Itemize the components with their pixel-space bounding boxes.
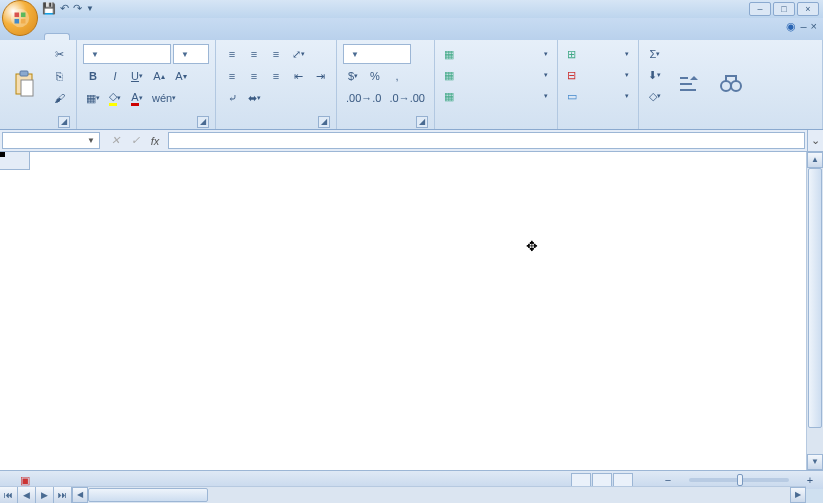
phonetic-button[interactable]: wén▾	[149, 88, 179, 108]
undo-icon[interactable]: ↶	[60, 2, 69, 15]
vscroll-thumb[interactable]	[808, 168, 822, 428]
scroll-right-button[interactable]: ▶	[790, 487, 806, 503]
fill-color-button[interactable]: ◇▾	[105, 88, 125, 108]
font-size-combo[interactable]: ▼	[173, 44, 209, 64]
format-painter-button[interactable]: 🖌	[48, 88, 70, 108]
hscroll-thumb[interactable]	[88, 488, 208, 502]
group-clipboard: ✂ ⎘ 🖌 ◢	[0, 40, 77, 129]
align-left-button[interactable]: ≡	[222, 66, 242, 86]
italic-button[interactable]: I	[105, 66, 125, 86]
macro-record-icon[interactable]: ▣	[20, 474, 30, 487]
number-launcher[interactable]: ◢	[416, 116, 428, 128]
font-color-button[interactable]: A▾	[127, 88, 147, 108]
format-cells-button[interactable]: ▭ ▾	[564, 86, 632, 106]
page-break-view-button[interactable]	[613, 473, 633, 487]
chevron-down-icon: ▼	[181, 50, 189, 59]
percent-button[interactable]: %	[365, 66, 385, 86]
cancel-formula-icon[interactable]: ✕	[106, 134, 124, 147]
clear-button[interactable]: ◇▾	[645, 86, 665, 106]
font-name-combo[interactable]: ▼	[83, 44, 171, 64]
bucket-icon: ◇	[109, 90, 117, 106]
enter-formula-icon[interactable]: ✓	[126, 134, 144, 147]
sort-filter-button[interactable]	[669, 42, 707, 126]
copy-button[interactable]: ⎘	[48, 66, 70, 86]
close-button[interactable]: ×	[797, 2, 819, 16]
last-sheet-button[interactable]: ⏭	[54, 487, 72, 503]
first-sheet-button[interactable]: ⏮	[0, 487, 18, 503]
save-icon[interactable]: 💾	[42, 2, 56, 15]
fill-button[interactable]: ⬇▾	[645, 65, 665, 85]
align-bottom-button[interactable]: ≡	[266, 44, 286, 64]
delete-icon: ⊟	[567, 69, 576, 82]
minimize-ribbon-icon[interactable]: –	[800, 20, 806, 33]
zoom-in-button[interactable]: +	[803, 474, 817, 486]
align-group-label: ◢	[222, 126, 330, 129]
find-select-button[interactable]	[711, 42, 749, 126]
increase-indent-button[interactable]: ⇥	[310, 66, 330, 86]
zoom-thumb[interactable]	[737, 474, 743, 486]
font-launcher[interactable]: ◢	[197, 116, 209, 128]
next-sheet-button[interactable]: ▶	[36, 487, 54, 503]
worksheet-grid[interactable]: ✥ ▲ ▼	[0, 152, 823, 470]
fx-icon[interactable]: fx	[146, 135, 164, 147]
grow-font-button[interactable]: A▴	[149, 66, 169, 86]
insert-cells-button[interactable]: ⊞ ▾	[564, 44, 632, 64]
border-button[interactable]: ▦▾	[83, 88, 103, 108]
underline-button[interactable]: U▾	[127, 66, 147, 86]
number-format-combo[interactable]: ▼	[343, 44, 411, 64]
qat-dropdown-icon[interactable]: ▼	[86, 4, 94, 13]
vertical-scrollbar[interactable]: ▲ ▼	[806, 152, 823, 470]
cell-styles-button[interactable]: ▦ ▾	[441, 86, 551, 106]
fill-handle[interactable]	[0, 152, 5, 157]
decrease-indent-button[interactable]: ⇤	[288, 66, 308, 86]
minimize-button[interactable]: –	[749, 2, 771, 16]
redo-icon[interactable]: ↷	[73, 2, 82, 15]
zoom-out-button[interactable]: −	[661, 474, 675, 486]
expand-formula-bar[interactable]: ⌄	[807, 130, 823, 151]
cut-button[interactable]: ✂	[48, 44, 70, 64]
align-launcher[interactable]: ◢	[318, 116, 330, 128]
page-layout-view-button[interactable]	[592, 473, 612, 487]
wrap-text-button[interactable]: ⤶	[222, 88, 242, 108]
comma-button[interactable]: ,	[387, 66, 407, 86]
align-right-button[interactable]: ≡	[266, 66, 286, 86]
prev-sheet-button[interactable]: ◀	[18, 487, 36, 503]
align-middle-button[interactable]: ≡	[244, 44, 264, 64]
merge-center-button[interactable]: ⬌▾	[244, 88, 264, 108]
scroll-down-button[interactable]: ▼	[807, 454, 823, 470]
conditional-format-button[interactable]: ▦ ▾	[441, 44, 551, 64]
zoom-slider[interactable]	[689, 478, 789, 482]
orientation-button[interactable]: ⤢▾	[288, 44, 308, 64]
autosum-button[interactable]: Σ▾	[645, 44, 665, 64]
format-as-table-button[interactable]: ▦ ▾	[441, 65, 551, 85]
sort-icon	[674, 70, 702, 98]
normal-view-button[interactable]	[571, 473, 591, 487]
name-box[interactable]: ▼	[2, 132, 100, 149]
group-font: ▼ ▼ B I U▾ A▴ A▾ ▦▾ ◇▾ A▾ wén▾ ◢	[77, 40, 216, 129]
formula-input[interactable]	[168, 132, 805, 149]
scroll-up-button[interactable]: ▲	[807, 152, 823, 168]
svg-rect-7	[21, 80, 33, 96]
help-icon[interactable]: ◉	[786, 20, 796, 33]
sheet-tab-bar: ⏮ ◀ ▶ ⏭ ◀ ▶	[0, 486, 806, 503]
paste-button[interactable]	[6, 42, 44, 126]
decrease-decimal-button[interactable]: .0→.00	[386, 88, 427, 108]
scroll-left-button[interactable]: ◀	[72, 487, 88, 503]
horizontal-scrollbar[interactable]: ◀ ▶	[72, 487, 806, 503]
styles-group-label	[441, 126, 551, 129]
delete-cells-button[interactable]: ⊟ ▾	[564, 65, 632, 85]
increase-decimal-button[interactable]: .00→.0	[343, 88, 384, 108]
doc-close-icon[interactable]: ×	[811, 20, 817, 33]
svg-rect-3	[15, 19, 20, 24]
align-top-button[interactable]: ≡	[222, 44, 242, 64]
tab-home[interactable]	[44, 33, 70, 40]
bold-button[interactable]: B	[83, 66, 103, 86]
align-center-button[interactable]: ≡	[244, 66, 264, 86]
maximize-button[interactable]: □	[773, 2, 795, 16]
office-button[interactable]	[2, 0, 38, 36]
copy-icon: ⎘	[56, 70, 63, 82]
quick-access-toolbar: 💾 ↶ ↷ ▼	[42, 2, 94, 15]
accounting-button[interactable]: $▾	[343, 66, 363, 86]
shrink-font-button[interactable]: A▾	[171, 66, 191, 86]
clipboard-launcher[interactable]: ◢	[58, 116, 70, 128]
